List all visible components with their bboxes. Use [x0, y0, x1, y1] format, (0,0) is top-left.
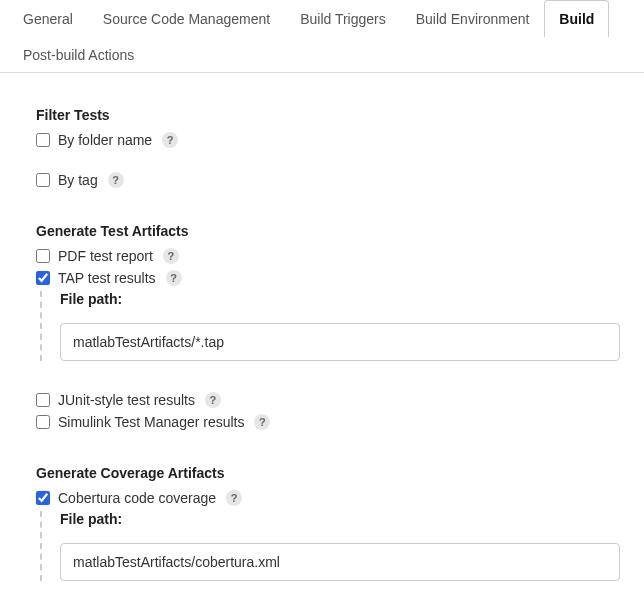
junit-checkbox[interactable] [36, 393, 50, 407]
by-folder-row: By folder name ? [36, 129, 620, 151]
tap-path-input[interactable] [60, 323, 620, 361]
tab-build-environment[interactable]: Build Environment [401, 0, 545, 37]
cobertura-code-row: Cobertura code coverage ? [36, 487, 620, 509]
pdf-report-label[interactable]: PDF test report [58, 248, 153, 264]
help-icon[interactable]: ? [163, 248, 179, 264]
filter-tests-heading: Filter Tests [36, 107, 620, 123]
pdf-report-checkbox[interactable] [36, 249, 50, 263]
tap-results-row: TAP test results ? [36, 267, 620, 289]
cobertura-code-label[interactable]: Cobertura code coverage [58, 490, 216, 506]
tab-build[interactable]: Build [544, 0, 609, 37]
tap-results-checkbox[interactable] [36, 271, 50, 285]
by-tag-label[interactable]: By tag [58, 172, 98, 188]
simulink-label[interactable]: Simulink Test Manager results [58, 414, 244, 430]
tap-results-label[interactable]: TAP test results [58, 270, 156, 286]
by-folder-checkbox[interactable] [36, 133, 50, 147]
tab-post-build-actions[interactable]: Post-build Actions [8, 36, 149, 73]
tab-build-triggers[interactable]: Build Triggers [285, 0, 401, 37]
tabs-bar: General Source Code Management Build Tri… [0, 0, 644, 73]
tab-source-code-management[interactable]: Source Code Management [88, 0, 285, 37]
by-tag-checkbox[interactable] [36, 173, 50, 187]
help-icon[interactable]: ? [108, 172, 124, 188]
generate-test-artifacts-heading: Generate Test Artifacts [36, 223, 620, 239]
simulink-checkbox[interactable] [36, 415, 50, 429]
cobertura-code-checkbox[interactable] [36, 491, 50, 505]
pdf-report-row: PDF test report ? [36, 245, 620, 267]
tap-path-label: File path: [60, 291, 620, 307]
help-icon[interactable]: ? [226, 490, 242, 506]
junit-label[interactable]: JUnit-style test results [58, 392, 195, 408]
generate-coverage-heading: Generate Coverage Artifacts [36, 465, 620, 481]
simulink-row: Simulink Test Manager results ? [36, 411, 620, 433]
help-icon[interactable]: ? [162, 132, 178, 148]
help-icon[interactable]: ? [254, 414, 270, 430]
tab-general[interactable]: General [8, 0, 88, 37]
cobertura-path-block: File path: [40, 511, 620, 581]
cobertura-path-input[interactable] [60, 543, 620, 581]
by-folder-label[interactable]: By folder name [58, 132, 152, 148]
cobertura-path-label: File path: [60, 511, 620, 527]
help-icon[interactable]: ? [205, 392, 221, 408]
tap-path-block: File path: [40, 291, 620, 361]
build-tab-content: Filter Tests By folder name ? By tag ? G… [0, 73, 644, 590]
junit-row: JUnit-style test results ? [36, 389, 620, 411]
by-tag-row: By tag ? [36, 169, 620, 191]
help-icon[interactable]: ? [166, 270, 182, 286]
